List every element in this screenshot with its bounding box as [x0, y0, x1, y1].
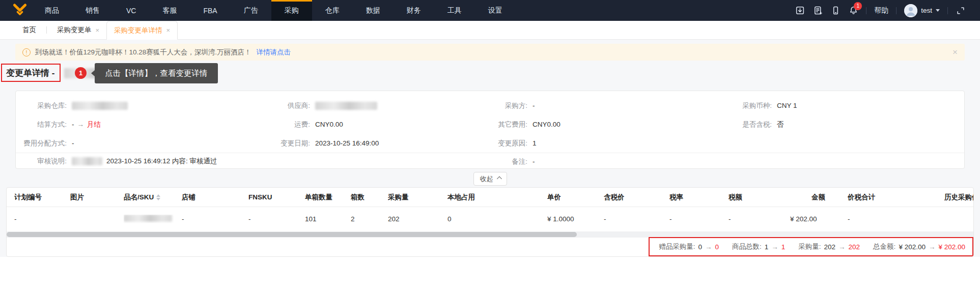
table-row: - - - 101 2 202 0 ¥ 1.0000 - - - ¥ 202.0…	[7, 207, 973, 230]
user-menu[interactable]: test	[904, 4, 940, 17]
close-notice-icon[interactable]: ×	[953, 48, 958, 56]
field-value: 2023-10-25 16:49:00	[315, 139, 379, 147]
col-amount: 金额	[790, 193, 848, 202]
tab-label: 采购变更单详情	[114, 26, 162, 35]
menu-item-finance[interactable]: 财务	[394, 0, 434, 21]
menu-item-data[interactable]: 数据	[353, 0, 394, 21]
close-tab-icon[interactable]: ×	[166, 27, 171, 34]
app-logo[interactable]	[8, 0, 32, 21]
field-purchase-warehouse: 采购仓库:	[16, 96, 272, 115]
menu-item-sales[interactable]: 销售	[72, 0, 113, 21]
divider	[866, 7, 866, 14]
field-value: CNY0.00	[533, 121, 561, 128]
cell-tax-rate: -	[669, 215, 729, 223]
tab-home-label: 首页	[22, 25, 36, 35]
menu-item-customer-service[interactable]: 客服	[149, 0, 190, 21]
menu-item-products[interactable]: 商品	[32, 0, 72, 21]
scrollbar-thumb[interactable]	[7, 232, 577, 237]
page-title: 变更单详情 -	[6, 67, 54, 79]
field-value: 1	[533, 139, 537, 147]
field-other-fee: 其它费用: CNY0.00	[489, 115, 734, 134]
notice-bar: ! 到场就送！价值129元咖啡杯！10.28赛狐千人大会，深圳湾.万丽酒店！ 详…	[15, 44, 965, 61]
help-link[interactable]: 帮助	[874, 6, 888, 15]
field-purchase-currency: 采购币种: CNY 1	[734, 96, 964, 115]
summary-to: 202	[849, 243, 860, 251]
table-header-row: 计划编号 图片 品名/SKU 店铺 FNSKU 单箱数量 箱数 采购量 本地占用…	[7, 188, 973, 207]
tab-home[interactable]: 首页	[15, 21, 43, 39]
menu-item-vc[interactable]: VC	[113, 0, 149, 21]
field-tax-included: 是否含税: 否	[734, 115, 964, 134]
field-label: 变更原因:	[489, 139, 527, 148]
close-tab-icon[interactable]: ×	[96, 27, 100, 34]
summary-total-amount: 总金额: ¥ 202.00 → ¥ 202.00	[873, 242, 965, 251]
col-unit-price: 单价	[547, 193, 604, 202]
fullscreen-icon[interactable]	[956, 6, 966, 16]
field-value	[72, 102, 128, 110]
col-fnsku: FNSKU	[248, 193, 305, 201]
tab-purchase-change-order-detail[interactable]: 采购变更单详情 ×	[106, 21, 178, 40]
menu-item-fba[interactable]: FBA	[190, 0, 230, 21]
menu-item-warehouse[interactable]: 仓库	[312, 0, 353, 21]
tab-label: 采购变更单	[57, 25, 92, 35]
field-label: 供应商:	[272, 101, 310, 110]
field-label: 变更日期:	[272, 139, 310, 148]
cell-fnsku: -	[248, 215, 305, 223]
divider	[947, 7, 948, 14]
field-supplier: 供应商:	[272, 96, 489, 115]
cell-plan-no: -	[14, 215, 70, 223]
divider	[896, 7, 897, 14]
avatar	[904, 4, 917, 17]
cell-unit-price: ¥ 1.0000	[547, 215, 604, 223]
field-change-date: 变更日期: 2023-10-25 16:49:00	[272, 134, 489, 153]
cell-qty-per-box: 101	[305, 215, 351, 223]
fox-logo-icon	[12, 2, 27, 19]
field-label: 运费:	[272, 120, 310, 129]
tooltip-text: 点击【详情】，查看变更详情	[105, 68, 208, 79]
bell-icon[interactable]: 1	[848, 6, 858, 16]
field-value: -	[72, 139, 74, 147]
line-items-table: 计划编号 图片 品名/SKU 店铺 FNSKU 单箱数量 箱数 采购量 本地占用…	[6, 187, 974, 257]
annotation-tooltip: 点击【详情】，查看变更详情	[95, 63, 218, 83]
col-image: 图片	[70, 193, 124, 202]
download-icon[interactable]	[795, 6, 805, 16]
info-icon: !	[22, 48, 31, 56]
col-history-price: 历史采购价	[944, 193, 973, 202]
field-label: 费用分配方式:	[16, 139, 67, 148]
menu-item-ads[interactable]: 广告	[231, 0, 271, 21]
chevron-up-icon	[496, 177, 501, 182]
notice-detail-link[interactable]: 详情请点击	[257, 48, 291, 57]
change-arrow: →	[771, 243, 778, 251]
menu-item-settings[interactable]: 设置	[475, 0, 516, 21]
col-purchase-qty: 采购量	[388, 193, 447, 202]
navbar-right: 1 帮助 test	[795, 0, 980, 21]
col-total-with-tax: 价税合计	[848, 193, 944, 202]
mobile-icon[interactable]	[830, 6, 841, 16]
field-label: 采购方:	[489, 101, 527, 110]
cell-tax-amount: -	[729, 215, 790, 223]
main-menu: 商品 销售 VC 客服 FBA 广告 采购 仓库 数据 财务 工具 设置	[32, 0, 516, 21]
cell-boxes: 2	[351, 215, 388, 223]
summary-label: 赠品采购量:	[659, 242, 695, 251]
menu-item-tools[interactable]: 工具	[434, 0, 475, 21]
cell-total-with-tax: -	[848, 215, 944, 223]
change-arrow: →	[838, 243, 846, 251]
field-buyer: 采购方: -	[489, 96, 734, 115]
summary-to: 0	[715, 243, 719, 251]
tab-purchase-change-order[interactable]: 采购变更单 ×	[50, 21, 106, 39]
col-boxes: 箱数	[351, 193, 388, 202]
field-fee-allocation: 费用分配方式: -	[16, 134, 272, 153]
summary-annotation-box: 赠品采购量: 0 → 0 商品总数: 1 → 1 采购量: 202 → 202 …	[649, 237, 973, 256]
col-product-sku: 品名/SKU	[124, 193, 182, 202]
notice-text: 到场就送！价值129元咖啡杯！10.28赛狐千人大会，深圳湾.万丽酒店！	[35, 48, 251, 57]
summary-total-items: 商品总数: 1 → 1	[732, 242, 785, 251]
field-value: 否	[777, 120, 784, 129]
order-list-icon[interactable]	[813, 6, 823, 16]
collapse-button[interactable]: 收起	[473, 172, 507, 186]
top-navbar: 商品 销售 VC 客服 FBA 广告 采购 仓库 数据 财务 工具 设置	[0, 0, 980, 21]
menu-item-procurement[interactable]: 采购	[271, 0, 312, 21]
notification-badge: 1	[854, 2, 862, 10]
field-change-reason: 变更原因: 1	[489, 134, 734, 153]
field-value: 2023-10-25 16:49:12 内容: 审核通过	[72, 157, 217, 166]
field-value: -	[533, 158, 535, 165]
sort-icon[interactable]	[156, 194, 160, 200]
